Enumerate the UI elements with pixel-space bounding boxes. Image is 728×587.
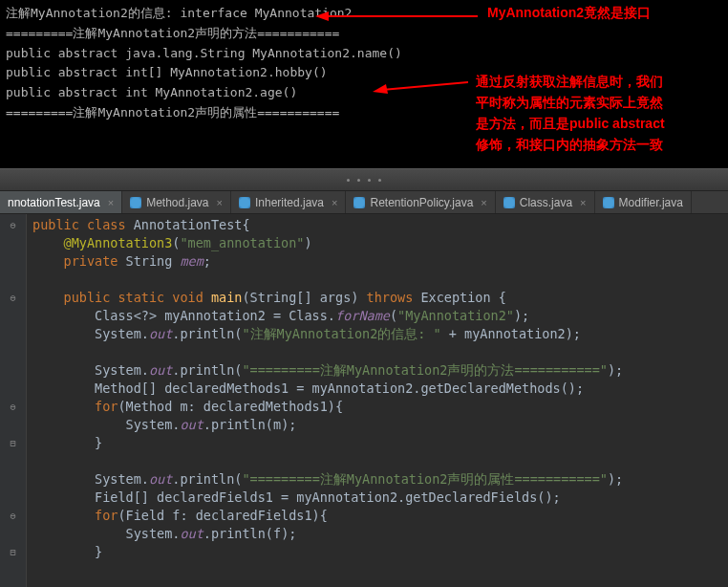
splitter-handle-icon	[335, 175, 393, 185]
fold-icon[interactable]: ⊟	[0, 543, 26, 561]
tab-retentionpolicy[interactable]: RetentionPolicy.java ×	[346, 191, 495, 213]
code-editor[interactable]: ⊖ ⊖ ⊖ ⊟ ⊖ ⊟ public class AnnotationTest{…	[0, 214, 728, 587]
splitter[interactable]	[0, 168, 728, 191]
fold-icon[interactable]: ⊖	[0, 216, 26, 234]
close-icon[interactable]: ×	[217, 197, 223, 208]
code-content[interactable]: public class AnnotationTest{ @MyAnnotati…	[27, 214, 728, 587]
close-icon[interactable]: ×	[580, 197, 586, 208]
tab-label: Inherited.java	[255, 196, 324, 209]
arrow-icon	[373, 80, 468, 94]
class-icon	[130, 197, 141, 208]
svg-marker-3	[373, 84, 388, 94]
callout-text: MyAnnotation2竟然是接口	[487, 2, 651, 23]
close-icon[interactable]: ×	[332, 197, 337, 208]
tab-annotationtest[interactable]: nnotationTest.java ×	[0, 191, 122, 213]
svg-marker-1	[315, 11, 329, 21]
tab-label: Class.java	[520, 196, 572, 209]
class-icon	[603, 197, 614, 208]
fold-icon[interactable]: ⊖	[0, 398, 26, 416]
svg-line-2	[382, 82, 468, 90]
tab-class[interactable]: Class.java ×	[496, 191, 595, 213]
callout-text: 是方法，而且是public abstract	[476, 113, 665, 134]
tab-label: nnotationTest.java	[8, 196, 100, 209]
console-line: public abstract java.lang.String MyAnnot…	[6, 44, 722, 64]
callout-text: 平时称为属性的元素实际上竟然	[476, 92, 663, 113]
tab-modifier[interactable]: Modifier.java	[595, 191, 692, 213]
fold-icon[interactable]: ⊟	[0, 434, 26, 452]
tab-inherited[interactable]: Inherited.java ×	[231, 191, 346, 213]
fold-icon[interactable]: ⊖	[0, 289, 26, 307]
editor-tabs: nnotationTest.java × Method.java × Inher…	[0, 191, 728, 214]
close-icon[interactable]: ×	[481, 197, 486, 208]
gutter: ⊖ ⊖ ⊖ ⊟ ⊖ ⊟	[0, 214, 27, 587]
console-output: 注解MyAnnotation2的信息: interface MyAnnotati…	[0, 0, 728, 168]
close-icon[interactable]: ×	[108, 197, 114, 208]
console-line: =========注解MyAnnotation2声明的方法===========	[6, 24, 722, 44]
callout-text: 修饰，和接口内的抽象方法一致	[476, 134, 663, 155]
class-icon	[239, 197, 250, 208]
tab-label: Method.java	[146, 196, 208, 209]
fold-icon[interactable]: ⊖	[0, 507, 26, 525]
arrow-icon	[315, 10, 478, 23]
tab-label: Modifier.java	[619, 196, 683, 209]
tab-method[interactable]: Method.java ×	[122, 191, 231, 213]
class-icon	[353, 197, 365, 208]
callout-text: 通过反射获取注解信息时，我们	[476, 71, 663, 92]
tab-label: RetentionPolicy.java	[370, 196, 473, 209]
class-icon	[503, 197, 515, 208]
